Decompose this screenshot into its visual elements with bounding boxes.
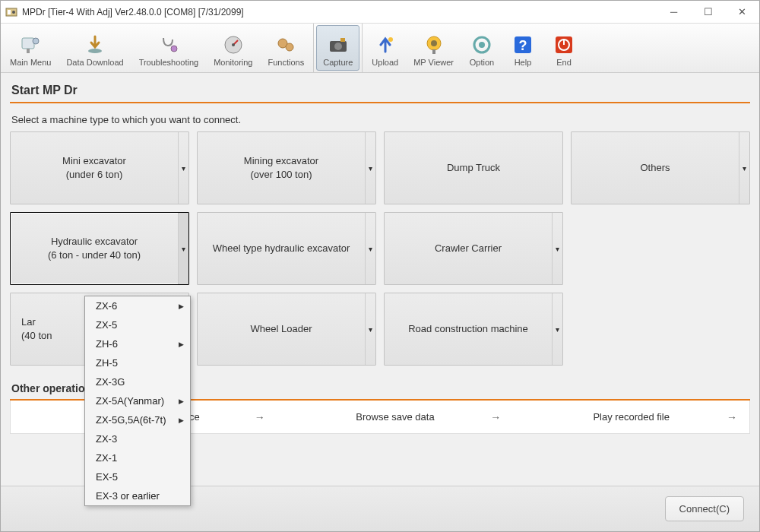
- chevron-down-icon[interactable]: ▾: [178, 213, 188, 284]
- machine-mining-excavator[interactable]: Mining excavator(over 100 ton) ▾: [197, 131, 376, 204]
- window-controls: ─ ☐ ✕: [657, 1, 759, 23]
- svg-rect-14: [340, 38, 345, 42]
- chevron-down-icon[interactable]: ▾: [552, 293, 562, 365]
- svg-point-11: [286, 43, 293, 51]
- stethoscope-icon: [157, 33, 180, 56]
- main-menu-icon: [19, 33, 42, 56]
- app-window: MPDr [Tier-4 With Adj] Ver2.48.0.0 [COM8…: [0, 0, 760, 532]
- dropdown-item[interactable]: ZX-3G: [85, 372, 190, 391]
- machine-road-construction[interactable]: Road construction machine ▾: [384, 293, 563, 366]
- option-label: Option: [470, 58, 494, 67]
- dropdown-item[interactable]: ZX-3: [85, 429, 190, 448]
- data-download-label: Data Download: [66, 58, 123, 67]
- upload-label: Upload: [372, 58, 398, 67]
- machine-crawler-carrier[interactable]: Crawler Carrier ▾: [384, 212, 563, 285]
- gears-icon: [274, 33, 297, 56]
- chevron-down-icon[interactable]: ▾: [178, 132, 188, 204]
- dropdown-item[interactable]: ZX-5A(Yanmar): [85, 391, 190, 410]
- main-menu-button[interactable]: Main Menu: [3, 25, 58, 71]
- svg-point-17: [431, 40, 437, 46]
- svg-point-7: [171, 46, 177, 52]
- main-menu-label: Main Menu: [10, 58, 51, 67]
- upload-icon: [374, 33, 397, 56]
- svg-text:?: ?: [518, 38, 527, 53]
- upload-button[interactable]: Upload: [365, 25, 405, 71]
- chevron-down-icon[interactable]: ▾: [365, 213, 375, 284]
- capture-label: Capture: [323, 58, 353, 67]
- svg-rect-3: [22, 38, 34, 49]
- dropdown-item[interactable]: ZX-5G,5A(6t-7t): [85, 410, 190, 429]
- gauge-icon: [222, 33, 245, 56]
- connect-button[interactable]: Connect(C): [665, 496, 744, 521]
- other-op-browse-save-data[interactable]: Browse save data: [277, 411, 514, 423]
- page-title: Start MP Dr: [10, 81, 750, 103]
- power-icon: [553, 33, 575, 56]
- dropdown-item[interactable]: EX-5: [85, 467, 190, 486]
- help-icon: ?: [511, 33, 534, 56]
- app-icon: [5, 6, 17, 18]
- machine-hydraulic-excavator[interactable]: Hydraulic excavator(6 ton - under 40 ton…: [10, 212, 189, 285]
- svg-rect-1: [8, 10, 11, 14]
- svg-rect-5: [27, 49, 30, 53]
- end-label: End: [556, 58, 572, 67]
- troubleshooting-label: Troubleshooting: [139, 58, 198, 67]
- mp-viewer-label: MP Viewer: [413, 58, 454, 67]
- functions-button[interactable]: Functions: [261, 25, 311, 71]
- svg-point-6: [88, 49, 102, 53]
- svg-point-2: [12, 11, 15, 14]
- functions-label: Functions: [268, 58, 304, 67]
- svg-point-13: [334, 43, 342, 50]
- dropdown-item[interactable]: ZX-5: [85, 315, 190, 334]
- dropdown-item[interactable]: ZX-6: [85, 296, 190, 315]
- troubleshooting-button[interactable]: Troubleshooting: [132, 25, 205, 71]
- machine-others[interactable]: Others ▾: [571, 131, 750, 204]
- svg-point-20: [479, 42, 485, 48]
- titlebar: MPDr [Tier-4 With Adj] Ver2.48.0.0 [COM8…: [1, 1, 759, 24]
- hydraulic-excavator-dropdown[interactable]: ZX-6ZX-5ZH-6ZH-5ZX-3GZX-5A(Yanmar)ZX-5G,…: [84, 296, 191, 506]
- end-button[interactable]: End: [544, 25, 584, 71]
- window-title: MPDr [Tier-4 With Adj] Ver2.48.0.0 [COM8…: [22, 7, 657, 17]
- svg-point-15: [388, 37, 393, 42]
- camera-icon: [327, 33, 350, 56]
- instruction-text: Select a machine type to which you want …: [10, 114, 750, 125]
- dropdown-item[interactable]: ZH-6: [85, 334, 190, 353]
- monitoring-label: Monitoring: [214, 58, 252, 67]
- viewer-icon: [423, 33, 445, 56]
- machine-wheel-hydraulic-excavator[interactable]: Wheel type hydraulic excavator ▾: [197, 212, 376, 285]
- chevron-down-icon[interactable]: ▾: [365, 132, 375, 204]
- capture-button[interactable]: Capture: [316, 25, 359, 71]
- option-gear-icon: [470, 33, 493, 56]
- mp-viewer-button[interactable]: MP Viewer: [407, 25, 461, 71]
- close-button[interactable]: ✕: [725, 1, 759, 23]
- svg-point-9: [232, 43, 235, 46]
- machine-dump-truck[interactable]: Dump Truck: [384, 131, 563, 204]
- machine-mini-excavator[interactable]: Mini excavator(under 6 ton) ▾: [10, 131, 189, 204]
- data-download-button[interactable]: Data Download: [59, 25, 130, 71]
- help-label: Help: [515, 58, 532, 67]
- machine-wheel-loader[interactable]: Wheel Loader ▾: [197, 293, 376, 366]
- svg-point-4: [33, 38, 39, 44]
- minimize-button[interactable]: ─: [657, 1, 691, 23]
- svg-rect-18: [432, 49, 435, 54]
- chevron-down-icon[interactable]: ▾: [739, 132, 749, 204]
- option-button[interactable]: Option: [462, 25, 502, 71]
- download-icon: [84, 33, 106, 56]
- other-op-play-recorded-file[interactable]: Play recorded file: [513, 411, 749, 423]
- chevron-down-icon[interactable]: ▾: [365, 293, 375, 365]
- monitoring-button[interactable]: Monitoring: [207, 25, 259, 71]
- dropdown-item[interactable]: EX-3 or earlier: [85, 486, 190, 505]
- help-button[interactable]: ? Help: [503, 25, 543, 71]
- toolbar: Main Menu Data Download Troubleshooting …: [1, 24, 759, 73]
- maximize-button[interactable]: ☐: [691, 1, 725, 23]
- dropdown-item[interactable]: ZH-5: [85, 353, 190, 372]
- chevron-down-icon[interactable]: ▾: [552, 213, 562, 284]
- dropdown-item[interactable]: ZX-1: [85, 448, 190, 467]
